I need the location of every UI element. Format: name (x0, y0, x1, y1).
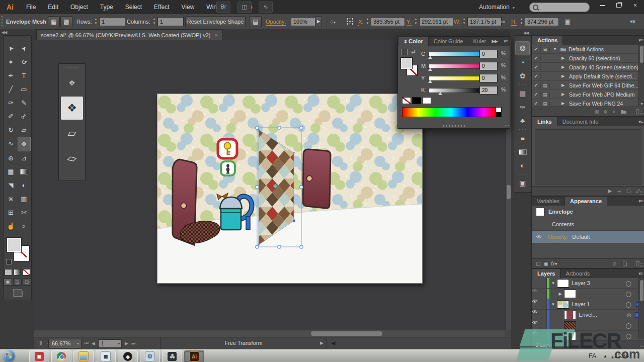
taskbar-chrome[interactable] (51, 350, 71, 362)
opacity-link[interactable]: Opacity: (266, 18, 286, 26)
arrange-documents-icon[interactable]: ◫ (237, 2, 252, 13)
direct-selection-tool[interactable]: ➤ (18, 42, 31, 55)
layer-row[interactable]: ▼Layer 3◯ (532, 278, 644, 289)
zoom-tool[interactable]: ⌕ (18, 219, 31, 233)
w-stepper[interactable]: ▲▼ (462, 17, 466, 26)
color-guide-icon[interactable]: ◔ (516, 56, 529, 69)
tab-appearance[interactable]: Appearance (565, 196, 607, 206)
symbols-icon[interactable]: ♣ (516, 114, 529, 127)
opacity-input[interactable]: 100% (291, 17, 316, 26)
default-swatches-icon[interactable] (6, 259, 12, 264)
grayscale-icon[interactable] (401, 49, 408, 55)
bridge-icon[interactable]: Br (216, 2, 230, 13)
tab-variables[interactable]: Variables (532, 197, 565, 206)
links-resize-grip[interactable] (639, 191, 644, 195)
action-row[interactable]: ✓▶Opacity 60 (selection) (532, 54, 644, 63)
type-tool[interactable]: T (18, 69, 31, 82)
constrain-proportions-icon[interactable]: ∞ (501, 14, 506, 29)
taskbar-nodes-app[interactable]: ⁂ (162, 350, 182, 362)
slider-handle[interactable] (438, 92, 442, 95)
taskbar-calculator[interactable]: ▦ (96, 350, 116, 362)
appearance-resize-grip[interactable] (639, 263, 644, 267)
menu-edit[interactable]: Edit (42, 0, 64, 14)
scissors-tool[interactable]: ✂ (18, 110, 31, 123)
w-input[interactable]: 137.175 pt (467, 17, 502, 26)
navigator-icon[interactable]: ▣ (516, 176, 529, 190)
action-row[interactable]: ✓▤▶Save For Web JPG Medium (532, 90, 644, 99)
slider-track[interactable] (428, 88, 479, 93)
taskbar-unity[interactable]: ◈ (118, 350, 138, 362)
opacity-link[interactable]: Opacity: (548, 234, 568, 240)
minimize-button[interactable] (594, 0, 610, 11)
draw-normal-button[interactable]: ▣ (4, 279, 12, 286)
color-panel-drag-dots[interactable] (443, 125, 465, 127)
slider-handle[interactable] (428, 68, 432, 71)
taskbar-media-player[interactable]: ▣ (29, 350, 49, 362)
width-tool[interactable]: ∿ (5, 137, 18, 150)
action-row[interactable]: ✓▤▶Save For Web PNG 24 (532, 99, 644, 106)
layer-target-icon[interactable]: ◯ (626, 333, 631, 339)
horizontal-scroll-thumb[interactable] (311, 331, 382, 336)
taskbar-settings-app[interactable]: ⚙ (140, 350, 160, 362)
layer-target-icon[interactable]: ◯ (626, 302, 631, 307)
pencil-tool[interactable]: ✎ (18, 96, 31, 110)
menu-type[interactable]: Type (94, 0, 119, 14)
layer-expand-icon[interactable]: ▼ (549, 281, 557, 286)
black-swatch[interactable] (412, 97, 421, 104)
panel-toggle-icon[interactable]: ▤ (250, 16, 262, 27)
color-panel-menu-icon[interactable]: ▾≡ (504, 39, 508, 44)
selection-tool[interactable]: ➤ (5, 42, 18, 55)
tab-color-guide[interactable]: Color Guide (429, 37, 468, 46)
screen-mode-button[interactable] (13, 289, 22, 297)
stop-icon[interactable] (595, 110, 599, 114)
go-icon[interactable] (608, 189, 612, 194)
layer-row[interactable]: Envel...◎ (532, 310, 644, 320)
actions-resize-grip[interactable] (639, 111, 644, 116)
tray-expand-icon[interactable]: ▲ (603, 354, 607, 358)
slider-value-input[interactable]: 20 (479, 86, 498, 95)
horizontal-scrollbar[interactable] (34, 330, 505, 337)
tab-close-icon[interactable]: × (214, 32, 217, 38)
search-input[interactable] (529, 3, 590, 12)
shape-builder-tool[interactable]: ⊕ (5, 151, 18, 165)
y-input[interactable]: 292.091 pt (419, 17, 453, 26)
brushes-icon[interactable]: ✑ (516, 101, 529, 114)
layer-visibility-icon[interactable] (532, 320, 541, 330)
fill-swatch[interactable] (7, 238, 21, 252)
menu-effect[interactable]: Effect (148, 0, 175, 14)
envelope-mesh-icon[interactable]: ▦ (48, 16, 60, 27)
appearance-row[interactable]: Envelope (532, 206, 644, 218)
tab-layers[interactable]: Layers (532, 268, 560, 278)
tab-artboards[interactable]: Artboards (560, 269, 595, 278)
paintbrush-tool[interactable]: ✑ (5, 96, 18, 110)
h-input[interactable]: 374.296 pt (525, 17, 559, 26)
artboard-number-box[interactable]: 1▾ (98, 339, 122, 348)
menu-select[interactable]: Select (119, 0, 148, 14)
gradient-mode-button[interactable] (14, 269, 21, 276)
swap-fill-stroke-icon[interactable]: ⇄ (411, 49, 415, 54)
y-stepper[interactable]: ▲▼ (414, 17, 418, 26)
gradient-icon[interactable] (516, 145, 529, 158)
slice-tool[interactable]: ✄ (18, 206, 31, 219)
line-segment-tool[interactable]: ╱ (5, 82, 18, 96)
none-swatch[interactable] (402, 97, 411, 104)
mesh-tool[interactable]: ▦ (5, 165, 18, 178)
tab-actions[interactable]: Actions (532, 35, 563, 45)
dock-collapse-icon[interactable]: ◀◀ (523, 31, 528, 35)
hand-tool[interactable]: ☝ (5, 219, 18, 233)
perspective-grid-tool[interactable]: ⊿ (18, 151, 31, 165)
slider-track[interactable] (428, 76, 479, 81)
symbol-sprayer-tool[interactable]: ※ (5, 192, 18, 206)
action-row[interactable]: ✓▶Opacity 40 Screen (selection) (532, 63, 644, 72)
rows-input[interactable]: 1 (99, 17, 125, 26)
layer-target-icon[interactable]: ◯ (626, 281, 631, 286)
opacity-dropdown-arrow[interactable]: ▶ (315, 16, 322, 27)
magic-wand-tool[interactable]: ✶ (5, 55, 18, 69)
rectangle-tool[interactable]: ▭ (18, 82, 31, 96)
constrain-button[interactable]: ⌖ (61, 71, 83, 95)
white-swatch[interactable] (422, 97, 431, 104)
layer-target-icon[interactable]: ◯ (626, 323, 631, 328)
layer-expand-icon[interactable]: ▼ (549, 302, 557, 307)
layer-visibility-icon[interactable] (532, 278, 541, 288)
layer-visibility-icon[interactable] (532, 299, 541, 309)
